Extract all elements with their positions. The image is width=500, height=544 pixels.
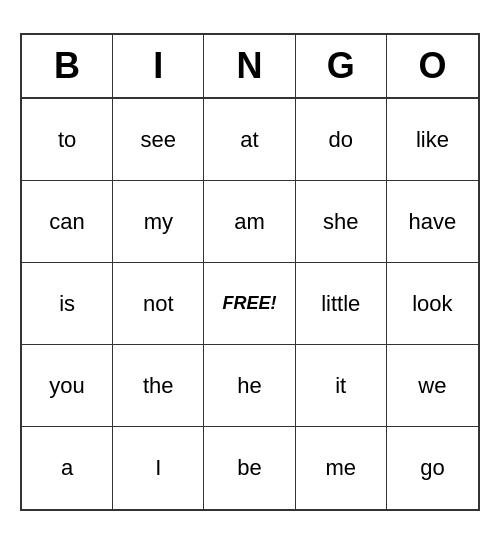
bingo-cell-r4-c2: be — [204, 427, 295, 509]
bingo-cell-r3-c4: we — [387, 345, 478, 427]
bingo-header: BINGO — [22, 35, 478, 99]
bingo-cell-r2-c1: not — [113, 263, 204, 345]
bingo-cell-r0-c0: to — [22, 99, 113, 181]
header-letter: I — [113, 35, 204, 97]
bingo-card: BINGO toseeatdolikecanmyamshehaveisnotFR… — [20, 33, 480, 511]
header-letter: O — [387, 35, 478, 97]
bingo-cell-r4-c3: me — [296, 427, 387, 509]
bingo-cell-r3-c2: he — [204, 345, 295, 427]
bingo-cell-r1-c1: my — [113, 181, 204, 263]
header-letter: N — [204, 35, 295, 97]
bingo-cell-r3-c0: you — [22, 345, 113, 427]
bingo-cell-r0-c3: do — [296, 99, 387, 181]
bingo-grid: toseeatdolikecanmyamshehaveisnotFREE!lit… — [22, 99, 478, 509]
bingo-cell-r1-c3: she — [296, 181, 387, 263]
bingo-cell-r2-c0: is — [22, 263, 113, 345]
bingo-cell-r2-c3: little — [296, 263, 387, 345]
bingo-cell-r0-c1: see — [113, 99, 204, 181]
header-letter: G — [296, 35, 387, 97]
bingo-cell-r3-c3: it — [296, 345, 387, 427]
bingo-cell-r4-c4: go — [387, 427, 478, 509]
bingo-cell-r4-c1: I — [113, 427, 204, 509]
bingo-cell-r3-c1: the — [113, 345, 204, 427]
bingo-cell-r1-c2: am — [204, 181, 295, 263]
bingo-cell-r2-c4: look — [387, 263, 478, 345]
bingo-cell-r4-c0: a — [22, 427, 113, 509]
bingo-cell-r1-c4: have — [387, 181, 478, 263]
bingo-cell-r0-c4: like — [387, 99, 478, 181]
bingo-cell-r2-c2: FREE! — [204, 263, 295, 345]
bingo-cell-r1-c0: can — [22, 181, 113, 263]
header-letter: B — [22, 35, 113, 97]
bingo-cell-r0-c2: at — [204, 99, 295, 181]
